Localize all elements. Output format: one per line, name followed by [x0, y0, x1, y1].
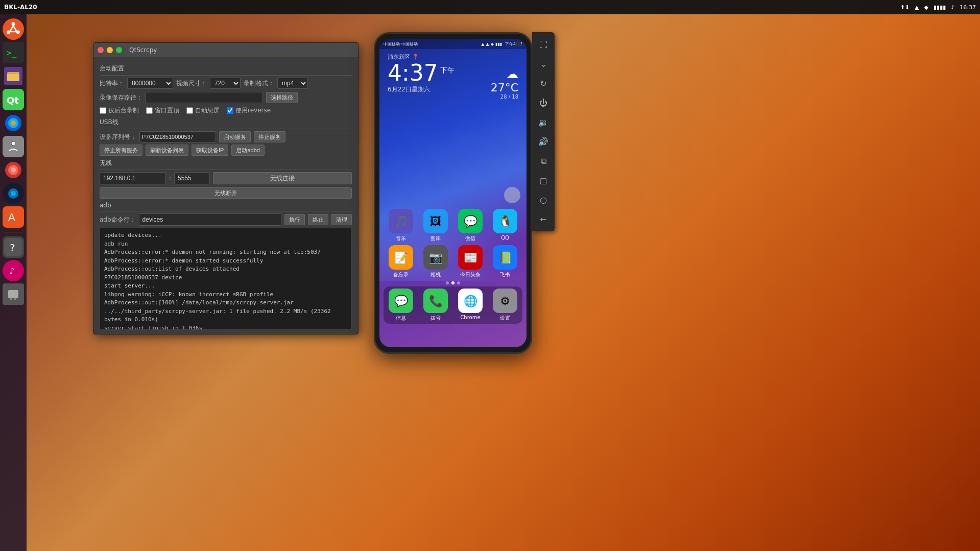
svg-point-15	[11, 141, 15, 146]
wireless-disconnect-button[interactable]: 无线断开	[100, 187, 352, 199]
stop-service-button[interactable]: 停止服务	[254, 131, 285, 142]
phone-wifi-icon: ▲	[486, 42, 489, 46]
app-label-reader: 飞书	[500, 271, 510, 278]
top-bar: BKL-AL20 ⬆⬇ ▲ ◆ ▮▮▮▮ ♪ 16:37	[0, 0, 980, 14]
usb-button-row: 停止所有服务 刷新设备列表 获取设备IP 启动adbd	[100, 145, 352, 156]
checkbox-auto-screen[interactable]: 自动息屏	[186, 106, 220, 115]
bitrate-select[interactable]: 8000000 4000000 2000000	[127, 78, 173, 89]
app-icon-phone[interactable]: 📞拨号	[423, 289, 448, 322]
floating-assist-button[interactable]	[504, 187, 520, 203]
window-title: BKL-AL20	[4, 4, 37, 11]
ctrl-vol-down-button[interactable]: 🔉	[534, 113, 553, 131]
ctrl-fullscreen-button[interactable]: ⛶	[534, 35, 553, 54]
page-dot-3	[457, 281, 460, 284]
app-icon-music[interactable]: 🎵音乐	[389, 209, 413, 242]
svg-point-21	[11, 191, 16, 196]
dock-qtscrcpy[interactable]: Qt	[3, 89, 24, 110]
checkbox-window-top[interactable]: 窗口置顶	[146, 106, 179, 115]
dock-storage[interactable]	[3, 283, 24, 305]
checkbox-reverse[interactable]: 使用reverse	[227, 106, 271, 115]
port-input[interactable]	[174, 172, 210, 184]
device-id-label: 设备序列号：	[100, 133, 136, 141]
clear-button[interactable]: 清理	[331, 214, 352, 225]
dock-browser[interactable]	[3, 159, 24, 181]
separator-3	[100, 170, 352, 170]
app-row-3: 💬信息📞拨号🌐Chrome⚙️设置	[384, 286, 522, 324]
app-icon-camera[interactable]: 📷相机	[423, 245, 448, 278]
svg-rect-14	[4, 137, 22, 156]
page-dot-2	[451, 281, 455, 284]
ctrl-vol-up-button[interactable]: 🔊	[534, 132, 553, 151]
ctrl-back-button[interactable]: ←	[534, 210, 553, 228]
window-top-checkbox[interactable]	[146, 107, 153, 114]
close-button[interactable]	[98, 47, 104, 53]
firefox-icon	[4, 114, 22, 132]
dock-ubuntu[interactable]	[3, 18, 24, 40]
start-service-button[interactable]: 启动服务	[219, 131, 251, 142]
record-format-select[interactable]: mp4 mkv	[277, 78, 308, 89]
app-icon-gallery[interactable]: 🖼图库	[423, 209, 448, 242]
get-ip-button[interactable]: 获取设备IP	[192, 145, 228, 156]
dock-files[interactable]	[3, 65, 24, 87]
device-id-input[interactable]	[139, 131, 216, 142]
app-label-backup: 备忘录	[393, 271, 409, 278]
maximize-button[interactable]	[116, 47, 122, 53]
app-icon-qq[interactable]: 🐧QQ	[493, 209, 517, 242]
ctrl-copy-button[interactable]: ⧉	[534, 152, 553, 170]
separator-4	[100, 211, 352, 211]
start-adb-button[interactable]: 启动adbd	[231, 145, 264, 156]
phone-battery-icon: ▮▮▮	[495, 42, 502, 46]
ctrl-home-button[interactable]: ○	[534, 190, 553, 209]
stop-cmd-button[interactable]: 终止	[308, 214, 328, 225]
app-icon-backup[interactable]: 📝备忘录	[389, 245, 413, 278]
ctrl-crop-button[interactable]: ▢	[534, 171, 553, 189]
app-icon-wechat[interactable]: 💬微信	[458, 209, 483, 242]
app-icon-chrome[interactable]: 🌐Chrome	[458, 289, 483, 322]
dock-vpn[interactable]	[3, 183, 24, 204]
video-size-select[interactable]: 720 1080 480	[210, 78, 241, 89]
phone-weather-widget: ☁ 27°C 28 / 18	[491, 67, 518, 100]
app-label-qq: QQ	[501, 235, 509, 241]
adb-cmd-label: adb命令行：	[100, 215, 136, 224]
ctrl-power-button[interactable]: ⏻	[534, 93, 553, 112]
app-icon-reader[interactable]: 📗飞书	[493, 245, 517, 278]
ctrl-rotate-button[interactable]: ↻	[534, 74, 553, 92]
app-icon-toutiao[interactable]: 📰今日头条	[458, 245, 483, 278]
dock-music[interactable]: ♪	[3, 260, 24, 281]
app-icon-img-toutiao: 📰	[458, 245, 483, 270]
ctrl-chevron-down-button[interactable]: ⌄	[534, 55, 553, 73]
reverse-checkbox[interactable]	[227, 107, 233, 114]
exec-button[interactable]: 执行	[284, 214, 305, 225]
wireless-connect-button[interactable]: 无线连接	[213, 172, 352, 184]
bluetooth-icon: ◆	[924, 4, 928, 11]
app-icon-img-wechat: 💬	[458, 209, 483, 233]
section-startup-label: 启动配置	[100, 64, 352, 73]
adb-cmd-input[interactable]	[139, 213, 281, 226]
updater-icon: A	[4, 208, 22, 226]
app-icon-settings[interactable]: ⚙️设置	[493, 289, 517, 322]
stop-all-button[interactable]: 停止所有服务	[100, 145, 142, 156]
dock-firefox[interactable]	[3, 112, 24, 134]
save-path-input[interactable]	[146, 92, 263, 103]
app-icon-messages[interactable]: 💬信息	[389, 289, 413, 322]
files-icon	[4, 67, 22, 85]
select-path-button[interactable]: 选择路径	[266, 92, 298, 103]
phone-status-bar: 中国移动 中国移动 ▲ ▲ ◆ ▮▮▮ 下午4:37	[379, 39, 527, 49]
checkbox-window-top-label: 窗口置顶	[155, 106, 179, 115]
checkbox-background[interactable]: 仅后台录制	[100, 106, 139, 115]
dock-updater[interactable]: A	[3, 206, 24, 228]
dock-tools[interactable]	[3, 136, 24, 157]
dock-terminal[interactable]: >_	[3, 42, 24, 63]
ip-input[interactable]	[100, 172, 166, 184]
qtscrcpy-window: QtScrcpy 启动配置 比特率： 8000000 4000000 20000…	[93, 42, 358, 334]
app-label-wechat: 微信	[465, 235, 475, 242]
refresh-button[interactable]: 刷新设备列表	[146, 145, 188, 156]
auto-screen-checkbox[interactable]	[186, 107, 193, 114]
log-line: AdbProcess::out:[100%] /data/local/tmp/s…	[104, 299, 347, 307]
tools-icon	[4, 137, 22, 156]
dock-help[interactable]: ?	[3, 236, 24, 258]
log-line: P7C0218510000537 device	[104, 274, 347, 282]
background-checkbox[interactable]	[100, 107, 106, 114]
separator-1	[100, 75, 352, 76]
minimize-button[interactable]	[107, 47, 113, 53]
